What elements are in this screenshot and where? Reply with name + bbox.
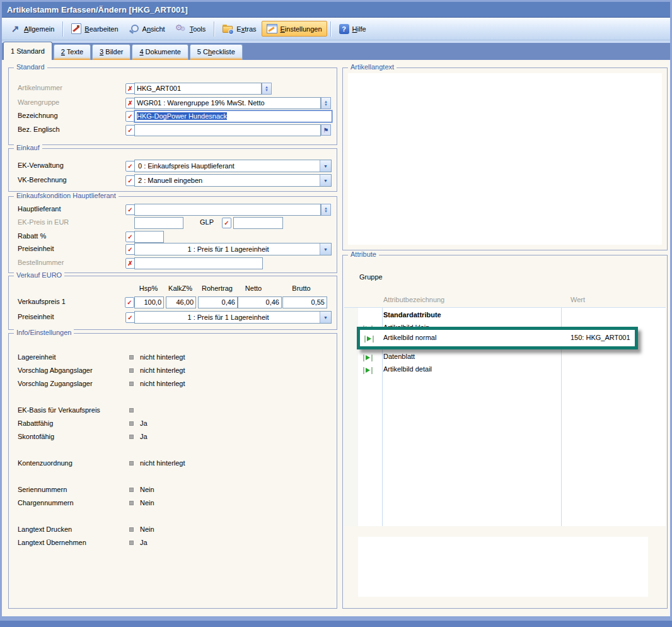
artikellangtext-textarea[interactable] <box>348 73 662 245</box>
cross-icon[interactable] <box>125 98 135 108</box>
group-artikellangtext: Artikellangtext <box>342 67 668 250</box>
chevron-down-icon[interactable] <box>320 175 331 186</box>
group-verkauf: Verkauf EURO Hsp% KalkZ% Rohertrag Netto… <box>8 276 337 330</box>
artikelnummer-spinner[interactable] <box>262 83 272 95</box>
check-icon[interactable] <box>125 175 135 186</box>
col-header-kalkz: KalkZ% <box>166 284 195 292</box>
toolbar-button-tools[interactable]: Tools <box>170 21 211 37</box>
rohertrag-input[interactable]: 0,46 <box>198 296 238 308</box>
kalkz-input[interactable]: 46,00 <box>166 296 196 308</box>
attr-row-artikelbild-normal[interactable]: Artikelbild normal 150: HKG_ART001 <box>360 330 635 346</box>
glp-input[interactable] <box>233 217 283 229</box>
info-row: Vorschlag Abgangslager nicht hinterlegt <box>9 365 337 377</box>
rabatt-input[interactable] <box>134 231 164 243</box>
attr-name: Artikelbild detail <box>383 365 432 373</box>
artikelnummer-input[interactable]: HKG_ART001 <box>134 83 262 95</box>
toolbar-label: Hilfe <box>352 25 366 33</box>
cross-icon[interactable] <box>125 258 135 269</box>
col-header-attributbezeichnung[interactable]: Attributbezeichnung <box>383 296 444 303</box>
tab-texte[interactable]: 2 Texte <box>54 44 91 60</box>
warengruppe-input[interactable]: WGR01 : Warengruppe 19% MwSt. Netto <box>134 97 321 109</box>
arrow-up-right-icon <box>11 24 21 34</box>
tab-bilder[interactable]: 3 Bilder <box>92 44 130 60</box>
verkaufspreis-label: Verkaufspreis 1 <box>18 298 66 305</box>
preiseinheit-vk-select[interactable]: 1 : Preis für 1 Lagereinheit <box>134 311 332 324</box>
field-row-preiseinheit-ek: Preiseinheit 1 : Preis für 1 Lagereinhei… <box>9 243 337 255</box>
attr-row-datenblatt[interactable]: Datenblatt <box>343 351 667 363</box>
attr-name: Datenblatt <box>383 353 415 360</box>
hsp-input[interactable]: 100,0 <box>134 296 164 308</box>
vk-berechnung-select[interactable]: 2 : Manuell eingeben <box>134 174 332 187</box>
field-row-verkaufspreis: Verkaufspreis 1 100,0 46,00 0,46 0,46 0,… <box>9 296 337 308</box>
col-header-wert[interactable]: Wert <box>571 296 585 303</box>
field-row-ek-preis: EK-Preis in EUR GLP <box>9 216 337 229</box>
tab-dokumente[interactable]: 4 Dokumente <box>132 44 188 60</box>
group-einkaufskondition: Einkaufskondition Hauptlieferant Hauptli… <box>8 196 337 273</box>
flag-icon[interactable] <box>321 124 331 136</box>
info-row: Skontofähig Ja <box>9 431 337 443</box>
check-icon[interactable] <box>125 111 135 122</box>
bullet-icon <box>129 355 134 360</box>
highlight-callout: Artikelbild normal 150: HKG_ART001 <box>357 327 638 349</box>
toolbar-label: Einstellungen <box>281 25 322 33</box>
warengruppe-label: Warengruppe <box>18 98 59 106</box>
gears-icon <box>175 24 187 34</box>
glp-label: GLP <box>200 218 214 226</box>
toolbar-label: Ansicht <box>142 25 165 33</box>
folder-badge-icon <box>228 29 234 35</box>
bezeichnung-label: Bezeichnung <box>18 112 58 119</box>
bez-englisch-input[interactable] <box>134 124 321 136</box>
group-title: Standard <box>14 63 47 71</box>
info-label: Vorschlag Abgangslager <box>18 366 93 374</box>
toolbar-label: Allgemein <box>24 25 54 33</box>
chevron-down-icon[interactable] <box>320 243 331 255</box>
field-row-bez-englisch: Bez. Englisch <box>9 124 337 136</box>
check-icon[interactable] <box>125 204 135 215</box>
warengruppe-spinner[interactable] <box>321 97 331 109</box>
bullet-icon <box>129 461 134 466</box>
bezeichnung-input[interactable]: HKG-DogPower Hundesnack <box>134 110 332 122</box>
netto-input[interactable]: 0,46 <box>238 296 282 308</box>
tab-checkliste[interactable]: 5 Checkliste <box>190 44 243 60</box>
info-row: Seriennummern Nein <box>9 484 337 496</box>
rabatt-label: Rabatt % <box>18 232 46 240</box>
check-icon[interactable] <box>222 218 231 228</box>
info-row: Langtext Drucken Nein <box>9 524 337 536</box>
cross-icon[interactable] <box>125 83 135 94</box>
check-icon[interactable] <box>125 161 135 172</box>
chevron-down-icon[interactable] <box>320 312 331 323</box>
bullet-icon <box>129 501 134 505</box>
toolbar-button-ansicht[interactable]: Ansicht <box>124 21 170 37</box>
chevron-down-icon[interactable] <box>320 160 331 172</box>
tab-standard[interactable]: 1 Standard <box>3 42 52 60</box>
check-icon[interactable] <box>125 297 134 308</box>
bullet-icon <box>129 527 134 532</box>
ek-preis-input[interactable] <box>134 217 183 229</box>
toolbar-button-extras[interactable]: Extras <box>217 21 261 37</box>
toolbar-separator <box>330 21 331 37</box>
ek-verwaltung-select[interactable]: 0 : Einkaufspreis Hauptlieferant <box>134 160 332 172</box>
attr-row-artikelbild-detail[interactable]: Artikelbild detail <box>343 363 667 376</box>
preiseinheit-ek-select[interactable]: 1 : Preis für 1 Lagereinheit <box>134 243 332 255</box>
check-icon[interactable] <box>125 244 135 255</box>
check-icon[interactable] <box>125 125 135 136</box>
check-icon[interactable] <box>125 231 135 242</box>
hauptlieferant-input[interactable] <box>134 204 321 216</box>
toolbar-button-allgemein[interactable]: Allgemein <box>6 21 59 37</box>
app-window: Artikelstamm Erfassen/Ändern [HKG_ART001… <box>0 0 672 627</box>
attr-row-standardattribute[interactable]: Standardattribute <box>343 309 667 322</box>
toolbar-button-hilfe[interactable]: Hilfe <box>334 21 371 37</box>
col-header-netto: Netto <box>238 284 269 292</box>
toolbar-button-einstellungen[interactable]: Einstellungen <box>262 21 327 37</box>
bestellnummer-label: Bestellnummer <box>18 259 64 266</box>
hauptlieferant-spinner[interactable] <box>321 204 331 216</box>
group-attribute: Attribute Gruppe Attributbezeichnung Wer… <box>342 255 668 609</box>
info-value: nicht hinterlegt <box>140 380 185 387</box>
info-row: Chargennummern Nein <box>9 497 337 510</box>
brutto-input[interactable]: 0,55 <box>282 296 327 308</box>
attr-name: Standardattribute <box>383 311 441 319</box>
bestellnummer-input[interactable] <box>134 257 263 269</box>
group-title: Einkauf <box>14 144 42 151</box>
check-icon[interactable] <box>125 312 135 323</box>
toolbar-button-bearbeiten[interactable]: Bearbeiten <box>66 20 123 37</box>
